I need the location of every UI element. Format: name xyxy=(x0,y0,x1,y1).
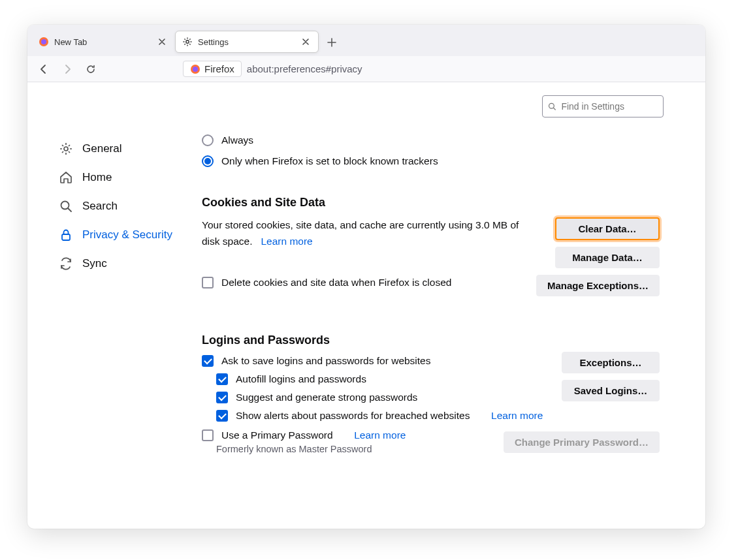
tab-label: New Tab xyxy=(54,37,151,47)
saved-logins-button[interactable]: Saved Logins… xyxy=(562,380,660,401)
cookies-description: Your stored cookies, site data, and cach… xyxy=(202,219,519,247)
svg-rect-8 xyxy=(62,234,70,240)
settings-sidebar: General Home Search Privacy & Security xyxy=(27,82,202,529)
checkbox-delete-on-close-label: Delete cookies and site data when Firefo… xyxy=(221,275,451,291)
tab-label: Settings xyxy=(198,37,295,47)
identity-label: Firefox xyxy=(204,63,234,74)
change-primary-password-button[interactable]: Change Primary Password… xyxy=(504,431,660,453)
sidebar-item-label: Sync xyxy=(82,257,107,270)
url-text: about:preferences#privacy xyxy=(247,63,362,74)
manage-data-button[interactable]: Manage Data… xyxy=(555,247,660,268)
sidebar-item-general[interactable]: General xyxy=(54,134,202,163)
checkbox-delete-on-close[interactable] xyxy=(202,277,214,288)
settings-search[interactable] xyxy=(542,95,664,117)
new-tab-button[interactable] xyxy=(323,33,341,52)
checkbox-ask-save-label: Ask to save logins and passwords for web… xyxy=(221,355,431,367)
cookies-learn-more-link[interactable]: Learn more xyxy=(261,236,312,247)
radio-always-label: Always xyxy=(221,134,253,146)
svg-point-7 xyxy=(61,202,69,210)
primary-learn-more-link[interactable]: Learn more xyxy=(354,429,406,441)
cookies-heading: Cookies and Site Data xyxy=(202,196,660,210)
sidebar-item-label: Privacy & Security xyxy=(82,228,172,241)
settings-search-input[interactable] xyxy=(560,101,658,112)
svg-point-6 xyxy=(64,147,68,151)
logins-heading: Logins and Passwords xyxy=(202,334,660,347)
sidebar-item-home[interactable]: Home xyxy=(54,163,202,192)
identity-box[interactable]: Firefox xyxy=(183,61,242,77)
checkbox-suggest[interactable] xyxy=(216,392,228,403)
forward-button[interactable] xyxy=(57,59,77,79)
browser-window: New Tab Settings xyxy=(27,25,705,529)
checkbox-ask-save[interactable] xyxy=(202,355,214,367)
sidebar-item-label: General xyxy=(82,142,121,155)
checkbox-autofill-label: Autofill logins and passwords xyxy=(236,373,366,385)
settings-panel: Always Only when Firefox is set to block… xyxy=(202,82,705,529)
radio-always[interactable] xyxy=(202,134,214,146)
sidebar-item-search[interactable]: Search xyxy=(54,192,202,221)
svg-point-2 xyxy=(186,40,189,43)
sync-icon xyxy=(59,257,73,271)
checkbox-autofill[interactable] xyxy=(216,373,228,385)
checkbox-primary-password-label: Use a Primary Password xyxy=(221,429,333,441)
firefox-icon xyxy=(190,64,201,74)
lock-icon xyxy=(59,228,73,242)
close-icon[interactable] xyxy=(300,36,312,48)
svg-point-1 xyxy=(41,39,46,44)
gear-icon xyxy=(182,37,193,47)
sidebar-item-sync[interactable]: Sync xyxy=(54,249,202,278)
sidebar-item-label: Home xyxy=(82,171,112,184)
tab-strip: New Tab Settings xyxy=(27,25,705,56)
sidebar-item-privacy[interactable]: Privacy & Security xyxy=(54,221,202,249)
url-bar[interactable]: Firefox about:preferences#privacy xyxy=(183,61,699,77)
manage-exceptions-button[interactable]: Manage Exceptions… xyxy=(536,275,660,296)
sidebar-item-label: Search xyxy=(82,200,118,213)
checkbox-breach-alerts-label: Show alerts about passwords for breached… xyxy=(236,410,470,422)
search-icon xyxy=(548,102,556,111)
breach-learn-more-link[interactable]: Learn more xyxy=(491,410,543,422)
firefox-icon xyxy=(39,37,49,47)
radio-only-trackers-label: Only when Firefox is set to block known … xyxy=(221,155,438,167)
back-button[interactable] xyxy=(34,59,54,79)
primary-password-hint: Formerly known as Master Password xyxy=(216,444,490,454)
home-icon xyxy=(59,170,73,185)
checkbox-primary-password[interactable] xyxy=(202,429,214,441)
radio-only-trackers[interactable] xyxy=(202,155,214,167)
search-icon xyxy=(59,199,73,213)
tab-new-tab[interactable]: New Tab xyxy=(31,31,175,53)
clear-data-button[interactable]: Clear Data… xyxy=(555,217,660,240)
gear-icon xyxy=(59,142,73,156)
tab-settings[interactable]: Settings xyxy=(175,31,319,53)
checkbox-breach-alerts[interactable] xyxy=(216,410,228,422)
svg-point-4 xyxy=(193,67,198,72)
settings-content: General Home Search Privacy & Security xyxy=(27,82,705,529)
checkbox-suggest-label: Suggest and generate strong passwords xyxy=(236,392,417,403)
nav-toolbar: Firefox about:preferences#privacy xyxy=(27,56,705,82)
reload-button[interactable] xyxy=(81,59,101,79)
logins-exceptions-button[interactable]: Exceptions… xyxy=(562,352,660,373)
close-icon[interactable] xyxy=(156,36,168,48)
